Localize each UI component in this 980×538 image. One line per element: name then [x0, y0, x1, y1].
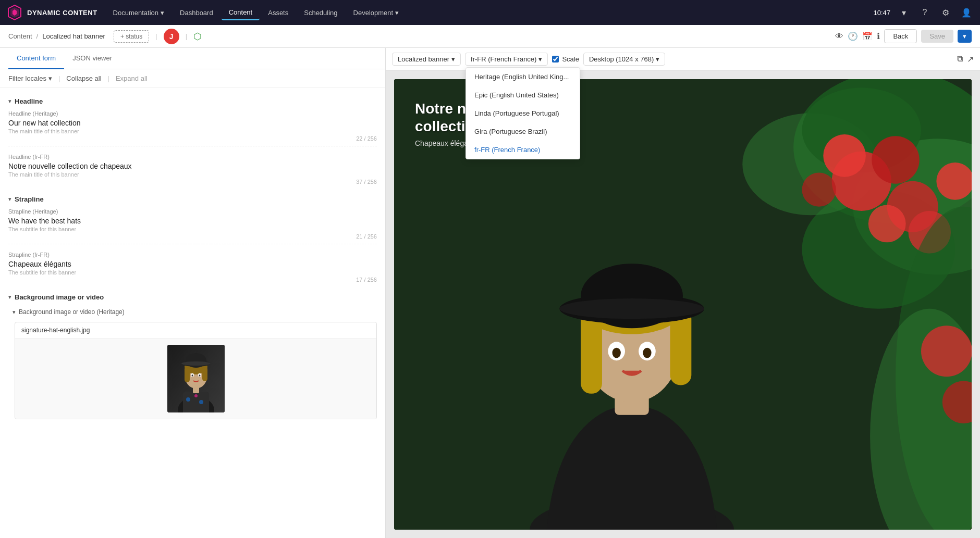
background-subsection-title: Background image or video (Heritage) [19, 308, 125, 316]
background-subsection-header[interactable]: ▾ Background image or video (Heritage) [0, 304, 385, 318]
strapline-frfr-hint: The subtitle for this banner [8, 269, 377, 276]
svg-point-9 [199, 400, 203, 404]
background-section: ▾ Background image or video ▾ Background… [0, 288, 385, 419]
strapline-section: ▾ Strapline Strapline (Heritage) We have… [0, 190, 385, 284]
copy-icon[interactable]: ⧉ [957, 54, 963, 64]
headline-section-header[interactable]: ▾ Headline [0, 92, 385, 108]
nav-scheduling[interactable]: Scheduling [297, 6, 345, 20]
nav-items: Documentation ▾ Dashboard Content Assets… [106, 5, 869, 20]
user-icon[interactable]: 👤 [959, 5, 974, 20]
headline-heritage-label: Headline (Heritage) [8, 110, 377, 117]
nav-development[interactable]: Development ▾ [346, 6, 407, 20]
chevron-down-icon: ▾ [451, 55, 455, 63]
locale-option-gira[interactable]: Gira (Portuguese Brazil) [466, 122, 580, 141]
strapline-frfr-value[interactable]: Chapeaux élégants [8, 259, 377, 269]
breadcrumb-current: Localized hat banner [42, 32, 105, 40]
breadcrumb-bar: Content / Localized hat banner + status … [0, 25, 980, 48]
strapline-frfr-field: Strapline (fr-FR) Chapeaux élégants The … [0, 249, 385, 284]
headline-frfr-count: 37 / 256 [8, 179, 377, 185]
tab-json-viewer[interactable]: JSON viewer [64, 48, 120, 69]
locale-option-linda[interactable]: Linda (Portuguese Portugal) [466, 104, 580, 122]
chevron-down-icon: ▾ [656, 55, 659, 63]
nav-assets[interactable]: Assets [261, 6, 296, 20]
settings-icon[interactable]: ⚙ [938, 5, 953, 20]
strapline-heritage-value[interactable]: We have the best hats [8, 216, 377, 226]
strapline-heritage-count: 21 / 256 [8, 233, 377, 240]
locale-dropdown: Heritage (English United King... Epic (E… [466, 67, 580, 159]
breadcrumb-divider-2: | [186, 32, 187, 40]
field-divider-2 [8, 244, 377, 244]
collapse-all-button[interactable]: Collapse all [66, 74, 101, 82]
filter-locales-button[interactable]: Filter locales ▾ [8, 74, 52, 82]
headline-section: ▾ Headline Headline (Heritage) Our new h… [0, 92, 385, 186]
chevron-down-icon: ▾ [161, 9, 164, 17]
filter-separator-2: | [108, 74, 109, 82]
locale-option-heritage[interactable]: Heritage (English United King... [466, 68, 580, 86]
viewport-selector[interactable]: Desktop (1024 x 768) ▾ [583, 53, 665, 66]
person-image [167, 345, 225, 412]
svg-point-8 [194, 394, 198, 397]
help-icon[interactable]: ? [917, 5, 932, 20]
save-more-button[interactable]: ▾ [958, 30, 972, 43]
tab-content-form[interactable]: Content form [8, 48, 64, 69]
strapline-heritage-field: Strapline (Heritage) We have the best ha… [0, 206, 385, 249]
red-flowers-overlay [567, 79, 972, 530]
app-name: DYNAMIC CONTENT [27, 9, 97, 17]
headline-heritage-count: 22 / 256 [8, 135, 377, 142]
svg-point-7 [186, 397, 190, 402]
svg-rect-13 [185, 367, 190, 382]
info-icon[interactable]: ℹ [877, 31, 880, 41]
filter-bar: Filter locales ▾ | Collapse all | Expand… [0, 69, 385, 88]
chevron-down-icon: ▾ [538, 55, 542, 63]
image-card-body [15, 339, 376, 419]
nav-content[interactable]: Content [222, 5, 260, 20]
headline-frfr-value[interactable]: Notre nouvelle collection de chapeaux [8, 161, 377, 171]
eye-icon[interactable]: 👁 [835, 32, 843, 41]
strapline-heritage-label: Strapline (Heritage) [8, 208, 377, 215]
tab-bar: Content form JSON viewer [0, 48, 385, 69]
preview-icon-actions: ⧉ ↗ [957, 54, 974, 64]
image-thumbnail [167, 345, 225, 412]
locale-selector[interactable]: fr-FR (French France) ▾ Heritage (Englis… [465, 53, 548, 66]
background-section-title: Background image or video [15, 293, 104, 301]
field-divider [8, 146, 377, 146]
back-button[interactable]: Back [884, 29, 917, 43]
image-card: signature-hat-english.jpg [15, 322, 377, 419]
external-link-icon[interactable]: ↗ [967, 54, 974, 64]
strapline-section-header[interactable]: ▾ Strapline [0, 190, 385, 206]
filter-separator: | [58, 74, 60, 82]
calendar-icon[interactable]: 📅 [862, 31, 873, 41]
nav-dashboard[interactable]: Dashboard [173, 6, 220, 20]
avatar: J [164, 29, 179, 44]
content-scroll-area: ▾ Headline Headline (Heritage) Our new h… [0, 88, 385, 538]
chevron-down-icon: ▾ [48, 74, 52, 82]
background-section-header[interactable]: ▾ Background image or video [0, 288, 385, 304]
svg-point-18 [199, 374, 200, 377]
banner-selector[interactable]: Localized banner ▾ [392, 53, 461, 66]
headline-frfr-field: Headline (fr-FR) Notre nouvelle collecti… [0, 152, 385, 186]
breadcrumb-actions: 👁 🕐 📅 ℹ Back Save ▾ [835, 29, 972, 43]
nav-time: 10:47 [873, 9, 890, 17]
locale-option-epic[interactable]: Epic (English United States) [466, 86, 580, 104]
chevron-down-icon: ▾ [13, 309, 16, 316]
chevron-down-icon[interactable]: ▾ [897, 5, 911, 20]
headline-heritage-field: Headline (Heritage) Our new hat collecti… [0, 108, 385, 152]
headline-frfr-label: Headline (fr-FR) [8, 154, 377, 160]
expand-all-button[interactable]: Expand all [116, 74, 148, 82]
scale-checkbox[interactable] [552, 56, 559, 62]
breadcrumb-root[interactable]: Content [8, 32, 32, 40]
history-icon[interactable]: 🕐 [848, 31, 858, 41]
image-filename: signature-hat-english.jpg [15, 322, 376, 339]
left-panel: Content form JSON viewer Filter locales … [0, 48, 386, 538]
save-button[interactable]: Save [921, 30, 953, 43]
status-button[interactable]: + status [114, 30, 149, 43]
chevron-down-icon: ▾ [8, 294, 11, 301]
main-layout: Content form JSON viewer Filter locales … [0, 48, 980, 538]
nav-right-actions: 10:47 ▾ ? ⚙ 👤 [873, 5, 974, 20]
chevron-down-icon: ▾ [395, 9, 399, 17]
headline-heritage-hint: The main title of this banner [8, 128, 377, 134]
locale-option-frfr[interactable]: fr-FR (French France) [466, 141, 580, 159]
headline-heritage-value[interactable]: Our new hat collection [8, 118, 377, 128]
top-navigation: DYNAMIC CONTENT Documentation ▾ Dashboar… [0, 0, 980, 25]
nav-documentation[interactable]: Documentation ▾ [106, 6, 172, 20]
